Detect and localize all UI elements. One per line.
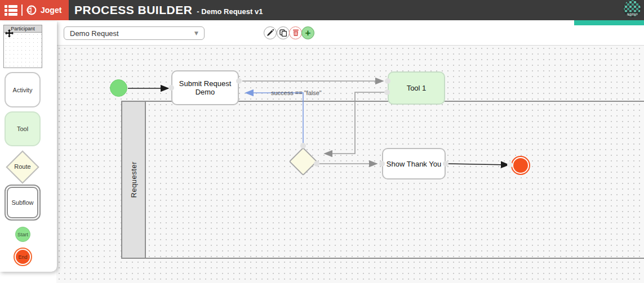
end-node[interactable] <box>511 156 530 175</box>
palette-route[interactable]: Route <box>0 149 45 186</box>
edit-process-button[interactable] <box>264 26 277 39</box>
node-label: Show Thank You <box>387 160 441 168</box>
process-select-value: Demo Request <box>70 29 119 38</box>
brand-block: Joget <box>0 0 69 20</box>
user-avatar-label: admin <box>624 12 641 17</box>
palette-participant[interactable]: Participant <box>3 25 42 68</box>
connector-dot <box>507 162 513 168</box>
process-builder-app: Requester success == "false" Submit Requ… <box>0 0 644 283</box>
pencil-icon <box>267 29 274 37</box>
connector-dot <box>314 161 319 167</box>
palette-subflow[interactable]: Subflow <box>5 185 41 221</box>
palette-end-label: End <box>16 250 30 264</box>
tool-node-tool1[interactable]: Tool 1 <box>388 71 445 105</box>
connector-dot <box>236 78 242 84</box>
node-label: Submit Request Demo <box>175 79 236 96</box>
delete-process-button[interactable] <box>289 26 302 39</box>
palette-start-label: Start <box>17 232 28 237</box>
shape-palette: Participant Activity Tool Route Subflow … <box>0 21 57 272</box>
palette-end[interactable]: End <box>14 248 32 266</box>
activity-node-show-thank-you[interactable]: Show Thank You <box>382 148 446 179</box>
connector-dot <box>168 85 174 91</box>
brand-name[interactable]: Joget <box>41 6 61 15</box>
activity-node-submit-request-demo[interactable]: Submit Request Demo <box>171 70 239 105</box>
palette-participant-body <box>4 33 42 68</box>
process-select-dropdown[interactable]: Demo Request ▼ <box>64 26 205 40</box>
joget-logo-icon <box>26 5 37 15</box>
end-node-core <box>513 158 528 173</box>
swimlane-requester[interactable]: Requester <box>121 101 644 259</box>
connector-dot <box>443 161 448 167</box>
page-title-sub: - Demo Request v1 <box>197 7 263 16</box>
hamburger-menu-icon[interactable] <box>5 5 17 16</box>
palette-start[interactable]: Start <box>15 227 30 242</box>
swimlane-label: Requester <box>130 161 138 197</box>
copy-process-button[interactable] <box>277 26 290 39</box>
node-label: Tool 1 <box>407 84 427 92</box>
connector-dot <box>385 78 390 84</box>
connector-dot <box>300 143 306 149</box>
swimlane-header[interactable]: Requester <box>122 102 146 258</box>
start-node[interactable] <box>110 79 127 97</box>
chevron-down-icon: ▼ <box>194 30 198 36</box>
palette-tool[interactable]: Tool <box>5 111 41 146</box>
palette-activity[interactable]: Activity <box>5 72 41 107</box>
connector-dot <box>379 161 385 167</box>
brand-separator <box>21 5 23 16</box>
design-canvas[interactable]: Requester <box>56 46 644 283</box>
palette-subflow-label: Subflow <box>7 187 38 218</box>
palette-tool-label: Tool <box>17 125 28 132</box>
copy-icon <box>279 29 287 37</box>
transition-condition-label[interactable]: success == "false" <box>271 89 322 96</box>
page-title: PROCESS BUILDER - Demo Request v1 <box>74 0 263 20</box>
page-title-main: PROCESS BUILDER <box>74 0 192 20</box>
add-process-button[interactable]: + <box>301 26 314 39</box>
palette-route-label: Route <box>0 163 45 170</box>
top-header: Joget PROCESS BUILDER - Demo Request v1 … <box>0 0 644 20</box>
palette-activity-label: Activity <box>13 87 33 93</box>
move-cursor-icon <box>5 29 14 38</box>
trash-icon <box>292 29 299 37</box>
plus-icon: + <box>305 28 311 38</box>
user-avatar[interactable]: admin <box>623 0 641 17</box>
connector-dot <box>384 89 390 95</box>
